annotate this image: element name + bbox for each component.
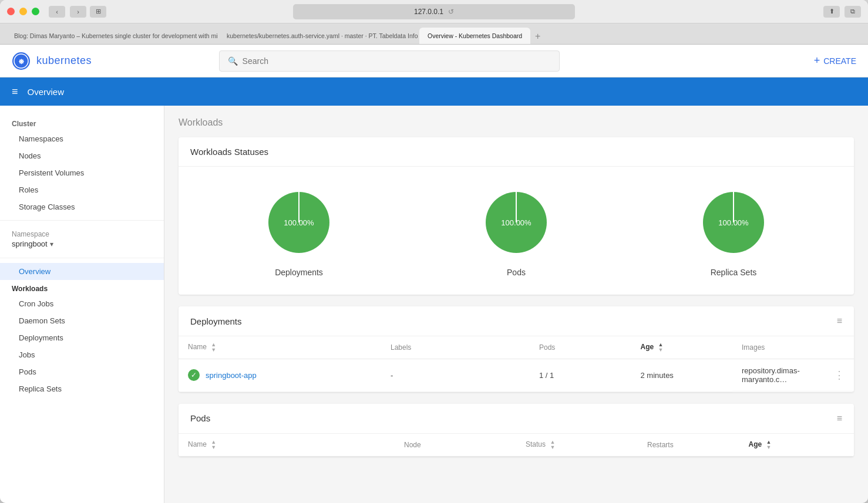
deployments-table-header: Name ▲▼ Labels Pods Age ▲▼ [179,336,854,359]
app-header: ⎈ kubernetes 🔍 + CREATE [0,45,868,77]
deployment-pods-cell: 1 / 1 [530,359,631,392]
namespace-selector[interactable]: springboot ▾ [12,239,53,248]
deployments-pie: 100.00% [261,184,337,261]
browser-tab-2[interactable]: Overview - Kubernetes Dashboard [419,28,530,44]
col-name[interactable]: Name ▲▼ [179,336,381,359]
deployments-label: Deployments [275,268,323,277]
create-label: CREATE [823,56,856,66]
chevron-down-icon: ▾ [50,240,53,248]
more-actions-icon[interactable]: ⋮ [834,369,845,382]
deployment-link[interactable]: springboot-app [206,371,257,380]
forward-button[interactable]: › [70,6,86,18]
pods-age-sort[interactable]: ▲▼ [766,440,772,450]
url-bar[interactable]: 127.0.0.1 ↺ [293,4,575,19]
sidebar-item-daemon-sets[interactable]: Daemon Sets [0,312,164,329]
pods-pie: 100.00% [478,184,554,261]
deployments-card: Deployments ≡ Name ▲▼ Labels [179,306,854,392]
sidebar-item-cron-jobs[interactable]: Cron Jobs [0,295,164,312]
sub-header: ≡ Overview [0,77,868,106]
main-layout: Cluster Namespaces Nodes Persistent Volu… [0,106,868,503]
sidebar-item-deployments[interactable]: Deployments [0,329,164,346]
hamburger-menu[interactable]: ≡ [12,86,18,98]
search-bar[interactable]: 🔍 [219,50,560,72]
sidebar-toggle-button[interactable]: ⊞ [90,6,106,18]
pods-name-sort[interactable]: ▲▼ [211,440,216,450]
pie-charts-row: 100.00% Deployments 100.00% Pods [179,167,854,295]
deployments-table: Name ▲▼ Labels Pods Age ▲▼ [179,336,854,392]
svg-text:100.00%: 100.00% [718,218,749,227]
sidebar-item-jobs[interactable]: Jobs [0,346,164,363]
sidebar-item-roles[interactable]: Roles [0,181,164,198]
mac-window: ‹ › ⊞ 127.0.0.1 ↺ ⬆ ⧉ Blog: Dimas Maryan… [0,0,868,503]
browser-tabs: Blog: Dimas Maryanto – Kubernetes single… [0,23,868,45]
pods-card: Pods ≡ Name ▲▼ Node [179,404,854,457]
kubernetes-logo: ⎈ [12,52,31,70]
deployment-name-wrapper: ✓ springboot-app [188,369,372,381]
mac-window-buttons [7,8,39,15]
sidebar-item-storage-classes[interactable]: Storage Classes [0,198,164,215]
new-tab-plus[interactable]: + [535,31,540,44]
sidebar-item-nodes[interactable]: Nodes [0,147,164,164]
pods-col-node: Node [395,434,516,457]
name-sort-arrows[interactable]: ▲▼ [211,342,216,353]
deployments-filter-icon[interactable]: ≡ [837,316,842,326]
pods-col-status[interactable]: Status ▲▼ [516,434,638,457]
back-button[interactable]: ‹ [49,6,65,18]
pods-status-sort[interactable]: ▲▼ [550,440,555,450]
create-button[interactable]: + CREATE [814,55,856,67]
deployment-labels-cell: - [381,359,530,392]
deployment-name-cell: ✓ springboot-app [179,359,381,392]
col-images: Images [732,336,854,359]
pods-table-header: Name ▲▼ Node Status ▲▼ Restart [179,434,854,457]
mac-titlebar: ‹ › ⊞ 127.0.0.1 ↺ ⬆ ⧉ [0,0,868,23]
pods-header-row: Name ▲▼ Node Status ▲▼ Restart [179,434,854,457]
sidebar-item-namespaces[interactable]: Namespaces [0,130,164,147]
col-labels: Labels [381,336,530,359]
workloads-statuses-title: Workloads Statuses [190,147,268,157]
table-row: ✓ springboot-app - 1 / 1 2 minutes repos… [179,359,854,392]
sidebar-item-overview[interactable]: Overview [0,263,164,280]
reload-icon[interactable]: ↺ [448,8,454,16]
pods-col-restarts: Restarts [638,434,739,457]
maximize-button[interactable] [32,8,39,15]
pods-col-age[interactable]: Age ▲▼ [739,434,854,457]
minimize-button[interactable] [19,8,27,15]
main-content: Workloads Workloads Statuses 100.00% Dep… [164,106,868,503]
page-title: Workloads [179,117,854,128]
mac-window-actions: ⬆ ⧉ [823,6,861,18]
replica-sets-chart: 100.00% Replica Sets [695,184,772,277]
deployments-table-body: ✓ springboot-app - 1 / 1 2 minutes repos… [179,359,854,392]
deployment-age-cell: 2 minutes [631,359,733,392]
svg-text:100.00%: 100.00% [501,218,531,227]
browser-tab-0[interactable]: Blog: Dimas Maryanto – Kubernetes single… [6,28,217,44]
deployments-card-title: Deployments [190,316,242,326]
app-title: kubernetes [36,55,92,67]
sidebar-divider-2 [0,258,164,258]
sidebar-divider-1 [0,220,164,221]
new-tab-button[interactable]: ⧉ [845,6,861,18]
workloads-statuses-header: Workloads Statuses [179,137,854,167]
sidebar-item-replica-sets[interactable]: Replica Sets [0,380,164,397]
pods-table: Name ▲▼ Node Status ▲▼ Restart [179,434,854,457]
pods-card-header: Pods ≡ [179,404,854,434]
url-text: 127.0.0.1 [414,8,443,16]
browser-tab-1[interactable]: kubernetes/kubernetes.auth-service.yaml … [218,28,418,44]
pods-chart: 100.00% Pods [478,184,554,277]
deployment-images-cell: repository.dimas-maryanto.c… ⋮ [732,359,854,391]
share-button[interactable]: ⬆ [823,6,840,18]
search-input[interactable] [243,56,551,66]
workloads-section-title: Workloads [0,280,164,295]
sidebar: Cluster Namespaces Nodes Persistent Volu… [0,106,164,503]
sidebar-item-persistent-volumes[interactable]: Persistent Volumes [0,164,164,181]
age-sort-arrows[interactable]: ▲▼ [658,342,664,353]
sub-header-title: Overview [28,87,65,97]
pods-col-name[interactable]: Name ▲▼ [179,434,395,457]
pods-filter-icon[interactable]: ≡ [837,413,842,424]
col-age[interactable]: Age ▲▼ [631,336,733,359]
pods-card-title: Pods [190,413,210,423]
replica-sets-label: Replica Sets [711,268,757,277]
namespace-value: springboot [12,239,48,248]
close-button[interactable] [7,8,15,15]
deployments-header-row: Name ▲▼ Labels Pods Age ▲▼ [179,336,854,359]
sidebar-item-pods[interactable]: Pods [0,363,164,380]
